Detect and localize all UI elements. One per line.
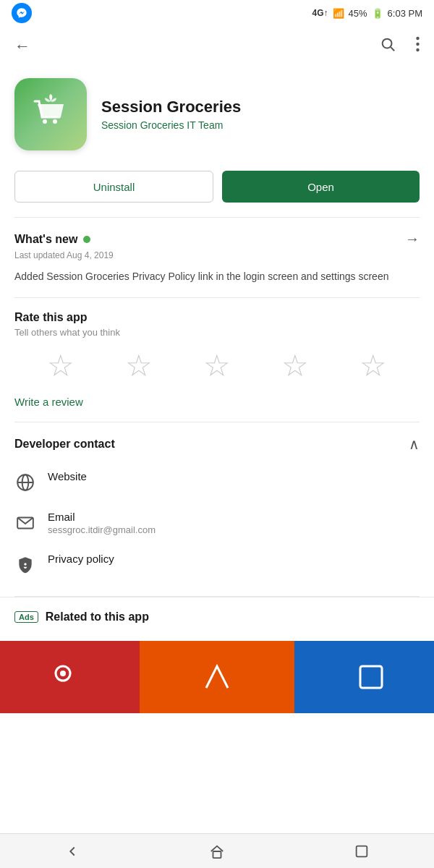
- svg-rect-14: [213, 851, 221, 858]
- whats-new-title: What's new: [14, 233, 77, 246]
- top-navigation: ←: [0, 26, 434, 67]
- privacy-policy-icon: [14, 554, 36, 576]
- contact-item-website[interactable]: Website: [14, 461, 420, 502]
- open-button[interactable]: Open: [222, 171, 420, 203]
- contact-text-website: Website: [48, 470, 420, 482]
- back-button[interactable]: ←: [12, 34, 33, 59]
- app-info: Session Groceries Session Groceries IT T…: [101, 98, 420, 131]
- contact-items-list: Website Email sessgroc.itdir@gmail.com P…: [0, 461, 434, 596]
- search-button[interactable]: [377, 33, 399, 59]
- svg-point-12: [60, 671, 66, 676]
- email-label: Email: [48, 511, 420, 523]
- section-title-row: What's new: [14, 233, 90, 246]
- svg-point-6: [53, 119, 57, 124]
- status-bar: 4G↑ 📶 45% 🔋 6:03 PM: [0, 0, 434, 26]
- svg-point-4: [416, 48, 419, 51]
- app-header: Session Groceries Session Groceries IT T…: [0, 67, 434, 165]
- stars-row: ☆ ☆ ☆ ☆ ☆: [14, 351, 420, 381]
- chevron-up-icon: ∧: [409, 435, 420, 453]
- star-2[interactable]: ☆: [125, 351, 153, 381]
- whats-new-section: What's new → Last updated Aug 4, 2019 Ad…: [0, 218, 434, 297]
- svg-point-0: [383, 39, 392, 48]
- nav-home-button[interactable]: [145, 834, 289, 868]
- nav-back-button[interactable]: [0, 834, 145, 868]
- website-label: Website: [48, 470, 420, 482]
- navigation-bar: [0, 833, 434, 868]
- related-app-3[interactable]: [294, 641, 434, 713]
- status-bar-left: [12, 3, 32, 23]
- website-icon: [14, 472, 36, 493]
- rate-app-subtitle: Tell others what you think: [14, 327, 420, 338]
- star-1[interactable]: ☆: [47, 351, 75, 381]
- related-apps-section: Ads Related to this app: [0, 597, 434, 641]
- related-apps-row: [0, 641, 434, 713]
- network-type: 4G↑: [312, 8, 328, 18]
- top-nav-right: [377, 33, 422, 59]
- app-name: Session Groceries: [101, 98, 420, 116]
- svg-point-3: [416, 43, 419, 46]
- ads-badge: Ads: [14, 611, 38, 623]
- battery-icon: 🔋: [372, 8, 383, 19]
- battery-level: 45%: [349, 8, 367, 19]
- action-buttons: Uninstall Open: [0, 165, 434, 217]
- app-icon: [14, 78, 87, 150]
- contact-item-privacy[interactable]: Privacy policy: [14, 544, 420, 584]
- signal-bars: 📶: [333, 8, 344, 19]
- more-options-button[interactable]: [413, 33, 422, 59]
- related-apps-title: Related to this app: [46, 610, 149, 624]
- svg-point-5: [43, 119, 47, 124]
- update-description-text: Added Session Groceries Privacy Policy l…: [14, 269, 420, 284]
- contact-text-privacy: Privacy policy: [48, 553, 420, 565]
- app-developer: Session Groceries IT Team: [101, 119, 420, 131]
- svg-line-1: [391, 47, 394, 51]
- star-3[interactable]: ☆: [203, 351, 231, 381]
- messenger-icon: [12, 3, 32, 23]
- status-bar-right: 4G↑ 📶 45% 🔋 6:03 PM: [312, 8, 422, 19]
- developer-contact-title: Developer contact: [14, 438, 115, 451]
- related-app-2[interactable]: [140, 641, 294, 713]
- nav-recents-button[interactable]: [289, 834, 434, 868]
- star-4[interactable]: ☆: [281, 351, 309, 381]
- whats-new-arrow-button[interactable]: →: [405, 231, 420, 247]
- svg-rect-15: [357, 846, 367, 856]
- svg-rect-13: [360, 666, 382, 688]
- related-app-1[interactable]: [0, 641, 140, 713]
- rate-app-section: Rate this app Tell others what you think…: [0, 298, 434, 422]
- privacy-policy-label: Privacy policy: [48, 553, 420, 565]
- developer-contact-header[interactable]: Developer contact ∧: [0, 422, 434, 461]
- email-icon: [14, 512, 36, 534]
- related-apps-header: Ads Related to this app: [14, 610, 420, 624]
- email-address: sessgroc.itdir@gmail.com: [48, 524, 420, 535]
- top-nav-left: ←: [12, 34, 33, 59]
- contact-text-email: Email sessgroc.itdir@gmail.com: [48, 511, 420, 535]
- new-indicator-dot: [83, 236, 90, 243]
- svg-point-2: [416, 37, 419, 40]
- contact-item-email[interactable]: Email sessgroc.itdir@gmail.com: [14, 502, 420, 544]
- rate-app-title: Rate this app: [14, 311, 420, 324]
- last-updated-text: Last updated Aug 4, 2019: [14, 250, 420, 260]
- star-5[interactable]: ☆: [359, 351, 387, 381]
- write-review-button[interactable]: Write a review: [14, 396, 83, 408]
- whats-new-header: What's new →: [14, 231, 420, 247]
- time-display: 6:03 PM: [388, 8, 422, 19]
- uninstall-button[interactable]: Uninstall: [14, 171, 213, 203]
